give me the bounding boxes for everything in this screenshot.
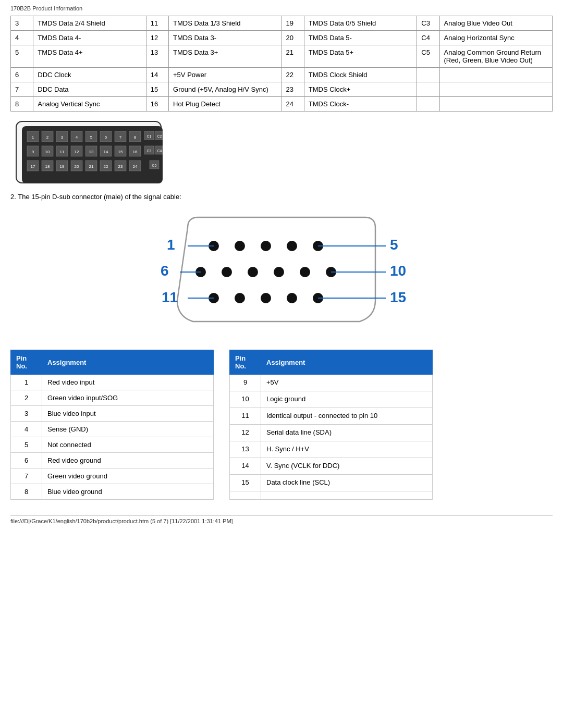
pin-table-right-header-pin: Pin No.: [230, 350, 261, 375]
dsub-label-10: 10: [390, 263, 406, 279]
svg-text:14: 14: [104, 150, 108, 154]
pin-table-left-header-assign: Assignment: [42, 350, 214, 375]
dvi-cell-num: 14: [146, 68, 168, 82]
svg-text:21: 21: [89, 164, 94, 169]
dvi-cell-desc: TMDS Data 5-: [304, 31, 417, 45]
dsub-label-15: 15: [390, 289, 406, 305]
svg-text:16: 16: [133, 150, 138, 154]
pin-number: 11: [230, 408, 261, 425]
dvi-cell-num: [417, 97, 439, 112]
table-row: 13H. Sync / H+V: [230, 441, 433, 458]
dvi-cell-desc: TMDS Data 3+: [169, 45, 282, 68]
pin-number: 3: [11, 406, 42, 422]
pin-assignment: Green video input/SOG: [42, 390, 214, 406]
svg-text:20: 20: [75, 164, 79, 169]
table-row: [230, 491, 433, 500]
dvi-cell-desc: Analog Horizontal Sync: [439, 31, 552, 45]
svg-text:8: 8: [134, 135, 137, 140]
dvi-cell-num: 13: [146, 45, 168, 68]
dvi-cell-num: 19: [282, 16, 304, 31]
table-row: 1Red video input: [11, 375, 214, 390]
dsub-svg: 1 5 6 10 11 15: [156, 207, 407, 337]
svg-text:13: 13: [89, 150, 94, 154]
svg-text:C4: C4: [157, 149, 162, 153]
table-row: 7Green video ground: [11, 468, 214, 484]
dsub-label-6: 6: [161, 263, 169, 279]
svg-text:3: 3: [61, 135, 64, 140]
dvi-cell-desc: TMDS Data 2/4 Shield: [33, 16, 146, 31]
table-row: 6Red video ground: [11, 453, 214, 468]
dvi-pin-svg: 123456789101112131415161718192021222324C…: [22, 126, 163, 183]
table-row: 11Identical output - connected to pin 10: [230, 408, 433, 425]
svg-text:22: 22: [104, 164, 108, 169]
pin-assignment: Red video ground: [42, 453, 214, 468]
dvi-cell-num: 15: [146, 82, 168, 97]
svg-text:15: 15: [118, 150, 123, 154]
pin-assignment: Blue video ground: [42, 484, 214, 500]
svg-point-62: [287, 241, 297, 251]
svg-text:17: 17: [31, 164, 35, 169]
pin-assignment: V. Sync (VCLK for DDC): [261, 458, 433, 475]
pin-assignment: Serial data line (SDA): [261, 425, 433, 441]
dvi-cell-desc: TMDS Data 0/5 Shield: [304, 16, 417, 31]
svg-text:C2: C2: [157, 134, 162, 138]
svg-text:11: 11: [60, 150, 65, 154]
svg-point-60: [235, 241, 245, 251]
svg-text:19: 19: [60, 164, 65, 169]
svg-text:12: 12: [75, 150, 79, 154]
pin-assignment: +5V: [261, 375, 433, 391]
pin-tables-section: Pin No. Assignment 1Red video input2Gree…: [10, 350, 553, 500]
pin-number: [230, 491, 261, 500]
dsub-label-11: 11: [162, 289, 178, 305]
svg-text:4: 4: [76, 135, 78, 140]
dvi-cell-desc: TMDS Data 3-: [169, 31, 282, 45]
table-row: 3Blue video input: [11, 406, 214, 422]
table-row: 4Sense (GND): [11, 422, 214, 437]
dvi-connector-section: 123456789101112131415161718192021222324C…: [10, 121, 553, 183]
svg-text:2: 2: [46, 135, 49, 140]
dvi-cell-desc: TMDS Clock-: [304, 97, 417, 112]
dvi-cell-num: 12: [146, 31, 168, 45]
pin-assignment: [261, 491, 433, 500]
dvi-connector-diagram: 123456789101112131415161718192021222324C…: [16, 121, 162, 183]
pin-table-left: Pin No. Assignment 1Red video input2Gree…: [10, 350, 214, 500]
pin-number: 1: [11, 375, 42, 390]
svg-text:C5: C5: [152, 164, 157, 167]
table-row: 10Logic ground: [230, 391, 433, 408]
svg-text:9: 9: [32, 150, 34, 154]
dvi-cell-desc: TMDS Data 4+: [33, 45, 146, 68]
svg-text:10: 10: [45, 150, 50, 154]
svg-point-68: [300, 267, 310, 277]
dvi-cell-num: [417, 82, 439, 97]
dsub-label-5: 5: [390, 237, 398, 253]
svg-text:7: 7: [119, 135, 122, 140]
svg-point-72: [261, 293, 271, 303]
dvi-cell-num: 21: [282, 45, 304, 68]
pin-number: 14: [230, 458, 261, 475]
pin-assignment: Data clock line (SCL): [261, 475, 433, 491]
dvi-cell-num: 16: [146, 97, 168, 112]
pin-table-left-header-pin: Pin No.: [11, 350, 42, 375]
pin-number: 10: [230, 391, 261, 408]
dsub-section: 2. The 15-pin D-sub connector (male) of …: [10, 193, 553, 337]
pin-number: 12: [230, 425, 261, 441]
svg-text:1: 1: [32, 135, 34, 140]
pin-number: 15: [230, 475, 261, 491]
pin-table-right-header-assign: Assignment: [261, 350, 433, 375]
dvi-cell-desc: DDC Data: [33, 82, 146, 97]
dvi-cell-num: 11: [146, 16, 168, 31]
dvi-cell-num: 5: [11, 45, 33, 68]
dvi-cell-num: 8: [11, 97, 33, 112]
svg-point-67: [274, 267, 284, 277]
svg-text:23: 23: [118, 164, 123, 169]
dvi-cell-num: 23: [282, 82, 304, 97]
dvi-cell-desc: [439, 97, 552, 112]
svg-text:18: 18: [45, 164, 50, 169]
dvi-cell-num: [417, 68, 439, 82]
table-row: 14V. Sync (VCLK for DDC): [230, 458, 433, 475]
dvi-cell-num: C3: [417, 16, 439, 31]
pin-number: 5: [11, 437, 42, 453]
dvi-cell-num: 22: [282, 68, 304, 82]
dvi-table: 3TMDS Data 2/4 Shield11TMDS Data 1/3 Shi…: [10, 16, 553, 112]
pin-number: 9: [230, 375, 261, 391]
